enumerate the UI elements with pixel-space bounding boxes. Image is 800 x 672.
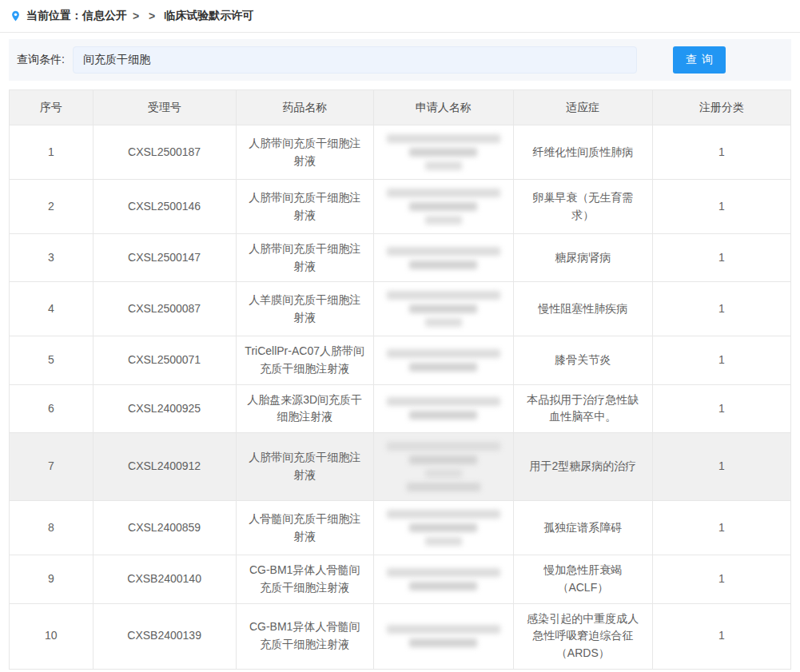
- applicant-redacted-blur: [382, 347, 505, 374]
- cell-drug-name: 人羊膜间充质干细胞注射液: [236, 282, 373, 336]
- table-header-row: 序号 受理号 药品名称 申请人名称 适应症 注册分类: [10, 90, 791, 125]
- cell-drug-name: 人脐带间充质干细胞注射液: [236, 125, 373, 180]
- cell-acceptance-no: CXSL2400925: [93, 384, 236, 432]
- cell-indication: 感染引起的中重度成人急性呼吸窘迫综合征（ARDS）: [513, 603, 652, 669]
- cell-indication: 慢加急性肝衰竭（ACLF）: [513, 555, 652, 603]
- cell-no: 3: [10, 234, 94, 282]
- cell-reg-class: 1: [652, 234, 790, 282]
- cell-reg-class: 1: [652, 180, 790, 234]
- table-row[interactable]: 9 CXSB2400140 CG-BM1异体人骨髓间充质干细胞注射液 慢加急性肝…: [10, 555, 791, 603]
- cell-drug-name: 人脐带间充质干细胞注射液: [236, 234, 373, 282]
- breadcrumb-separator: > >: [133, 10, 158, 22]
- cell-reg-class: 1: [652, 336, 790, 384]
- table-row[interactable]: 3 CXSL2500147 人脐带间充质干细胞注射液 糖尿病肾病 1: [10, 234, 791, 282]
- applicant-redacted-blur: [382, 507, 505, 548]
- breadcrumb-item-info-disclosure[interactable]: 信息公开: [82, 9, 127, 23]
- column-header-drug-name: 药品名称: [236, 90, 373, 125]
- cell-no: 1: [10, 125, 94, 180]
- cell-applicant: [373, 282, 513, 336]
- search-label: 查询条件:: [17, 53, 65, 67]
- cell-acceptance-no: CXSL2500087: [93, 282, 236, 336]
- applicant-redacted-blur: [382, 566, 505, 593]
- applicant-redacted-blur: [382, 395, 505, 422]
- applicant-redacted-blur: [382, 245, 505, 272]
- cell-reg-class: 1: [652, 501, 790, 555]
- cell-no: 9: [10, 555, 94, 603]
- breadcrumb: 当前位置： 信息公开 > > 临床试验默示许可: [0, 0, 800, 33]
- cell-applicant: [373, 180, 513, 234]
- cell-indication: 用于2型糖尿病的治疗: [513, 433, 652, 501]
- applicant-redacted-blur: [382, 288, 505, 329]
- cell-applicant: [373, 384, 513, 432]
- cell-reg-class: 1: [652, 555, 790, 603]
- search-button[interactable]: 查询: [673, 46, 726, 74]
- cell-no: 4: [10, 282, 94, 336]
- column-header-acceptance-no: 受理号: [93, 90, 236, 125]
- column-header-reg-class: 注册分类: [652, 90, 790, 125]
- cell-acceptance-no: CXSB2400139: [93, 603, 236, 669]
- cell-applicant: [373, 603, 513, 669]
- breadcrumb-item-clinical-trial-permit: 临床试验默示许可: [164, 9, 253, 23]
- cell-no: 7: [10, 433, 94, 501]
- cell-drug-name: 人脐带间充质干细胞注射液: [236, 180, 373, 234]
- table-body: 1 CXSL2500187 人脐带间充质干细胞注射液 纤维化性间质性肺病 1 2…: [10, 125, 791, 670]
- cell-drug-name: CG-BM1异体人骨髓间充质干细胞注射液: [236, 555, 373, 603]
- cell-indication: 糖尿病肾病: [513, 234, 652, 282]
- applicant-redacted-blur: [382, 132, 505, 173]
- cell-drug-name: 人骨髓间充质干细胞注射液: [236, 501, 373, 555]
- cell-reg-class: 1: [652, 282, 790, 336]
- cell-indication: 纤维化性间质性肺病: [513, 125, 652, 180]
- table-row[interactable]: 8 CXSL2400859 人骨髓间充质干细胞注射液 孤独症谱系障碍 1: [10, 501, 791, 555]
- cell-acceptance-no: CXSL2500071: [93, 336, 236, 384]
- cell-acceptance-no: CXSB2400140: [93, 555, 236, 603]
- table-row[interactable]: 1 CXSL2500187 人脐带间充质干细胞注射液 纤维化性间质性肺病 1: [10, 125, 791, 180]
- cell-applicant: [373, 555, 513, 603]
- cell-applicant: [373, 125, 513, 180]
- cell-drug-name: 人胎盘来源3D间充质干细胞注射液: [236, 384, 373, 432]
- cell-no: 6: [10, 384, 94, 432]
- clinical-trial-permit-page: 当前位置： 信息公开 > > 临床试验默示许可 查询条件: 查询 序号 受理号 …: [0, 0, 800, 672]
- cell-indication: 本品拟用于治疗急性缺血性脑卒中。: [513, 384, 652, 432]
- table-row[interactable]: 4 CXSL2500087 人羊膜间充质干细胞注射液 慢性阻塞性肺疾病 1: [10, 282, 791, 336]
- cell-acceptance-no: CXSL2400859: [93, 501, 236, 555]
- table-row[interactable]: 6 CXSL2400925 人胎盘来源3D间充质干细胞注射液 本品拟用于治疗急性…: [10, 384, 791, 432]
- breadcrumb-location-label: 当前位置：: [26, 9, 82, 23]
- cell-drug-name: 人脐带间充质干细胞注射液: [236, 433, 373, 501]
- cell-indication: 卵巢早衰（无生育需求）: [513, 180, 652, 234]
- cell-applicant: [373, 433, 513, 501]
- cell-reg-class: 1: [652, 433, 790, 501]
- cell-reg-class: 1: [652, 125, 790, 180]
- cell-acceptance-no: CXSL2500187: [93, 125, 236, 180]
- cell-no: 10: [10, 603, 94, 669]
- column-header-applicant: 申请人名称: [373, 90, 513, 125]
- cell-acceptance-no: CXSL2400912: [93, 433, 236, 501]
- column-header-no: 序号: [10, 90, 94, 125]
- location-pin-icon: [10, 8, 22, 24]
- applicant-redacted-blur: [382, 186, 505, 227]
- applicant-redacted-blur: [382, 622, 505, 650]
- column-header-indication: 适应症: [513, 90, 652, 125]
- cell-drug-name: CG-BM1异体人骨髓间充质干细胞注射液: [236, 603, 373, 669]
- table-row[interactable]: 5 CXSL2500071 TriCellPr-AC07人脐带间充质干细胞注射液…: [10, 336, 791, 384]
- cell-reg-class: 1: [652, 603, 790, 669]
- search-input[interactable]: [73, 46, 637, 74]
- cell-no: 8: [10, 501, 94, 555]
- cell-indication: 慢性阻塞性肺疾病: [513, 282, 652, 336]
- cell-no: 5: [10, 336, 94, 384]
- table-row[interactable]: 10 CXSB2400139 CG-BM1异体人骨髓间充质干细胞注射液 感染引起…: [10, 603, 791, 669]
- search-section: 查询条件: 查询: [9, 39, 791, 81]
- cell-indication: 膝骨关节炎: [513, 336, 652, 384]
- cell-no: 2: [10, 180, 94, 234]
- cell-drug-name: TriCellPr-AC07人脐带间充质干细胞注射液: [236, 336, 373, 384]
- cell-applicant: [373, 234, 513, 282]
- cell-indication: 孤独症谱系障碍: [513, 501, 652, 555]
- applicant-redacted-blur: [382, 439, 505, 494]
- cell-acceptance-no: CXSL2500146: [93, 180, 236, 234]
- cell-reg-class: 1: [652, 384, 790, 432]
- cell-applicant: [373, 501, 513, 555]
- results-table: 序号 受理号 药品名称 申请人名称 适应症 注册分类 1 CXSL2500187…: [9, 89, 791, 670]
- table-row[interactable]: 2 CXSL2500146 人脐带间充质干细胞注射液 卵巢早衰（无生育需求） 1: [10, 180, 791, 234]
- table-row[interactable]: 7 CXSL2400912 人脐带间充质干细胞注射液 用于2型糖尿病的治疗 1: [10, 433, 791, 501]
- cell-acceptance-no: CXSL2500147: [93, 234, 236, 282]
- cell-applicant: [373, 336, 513, 384]
